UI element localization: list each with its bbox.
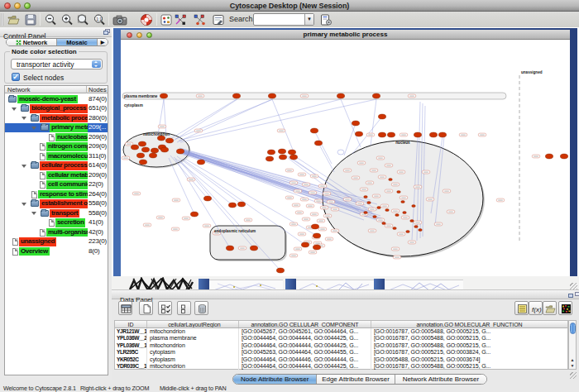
close-window-button[interactable]: [4, 2, 11, 9]
network-node[interactable]: [139, 160, 146, 165]
table-column-header[interactable]: ID: [115, 321, 147, 327]
annotation-form-icon[interactable]: [212, 13, 225, 26]
tree-row-response-to-stimul[interactable]: response to stimul264(0): [5, 189, 108, 199]
table-cell[interactable]: [GO:0016787, GO:0005488, GO:0005215, G..…: [371, 363, 567, 370]
table-cell[interactable]: [GO:0044464, GO:0044446, GO:0044444, G..…: [239, 356, 371, 363]
table-cell[interactable]: YKR052C: [115, 356, 147, 363]
expander-icon[interactable]: [22, 117, 26, 120]
network-node[interactable]: [545, 154, 553, 159]
network-node-small[interactable]: [401, 201, 405, 203]
network-node[interactable]: [232, 93, 240, 98]
tree-row-nitrogen-compo[interactable]: nitrogen compo209(0): [5, 142, 108, 152]
compartment-plasma-membrane[interactable]: [122, 93, 506, 99]
table-cell[interactable]: YPL036W__2: [115, 335, 147, 342]
table-cell[interactable]: YPL036W__1: [115, 342, 147, 349]
tree-row-unassigned[interactable]: unassigned223(0): [5, 237, 108, 247]
panel-resize-grip-icon[interactable]: [570, 372, 577, 379]
edge[interactable]: [158, 99, 164, 135]
save-icon[interactable]: [24, 13, 37, 26]
dropdown-stepper-icon[interactable]: [92, 60, 101, 68]
zoom-actual-icon[interactable]: 1:1: [93, 13, 106, 26]
network-node[interactable]: [290, 155, 297, 160]
tree-row-transport[interactable]: transport558(0): [5, 208, 108, 218]
table-row[interactable]: YPL036W__1mitochondrion[GO:0044464, GO:0…: [115, 342, 567, 349]
attribute-list-button[interactable]: [514, 301, 529, 315]
attribute-table-button[interactable]: [118, 301, 132, 315]
tree-row-biological-process[interactable]: biological_process651(0): [5, 104, 108, 114]
network-node[interactable]: [372, 93, 380, 98]
unselect-attributes-button[interactable]: [177, 301, 191, 315]
frame-zoom-button[interactable]: [146, 32, 152, 38]
network-node[interactable]: [278, 149, 285, 154]
tree-row-cellular-process[interactable]: cellular process614(0): [5, 161, 108, 171]
float-panel-icon[interactable]: [102, 29, 109, 36]
minimize-window-button[interactable]: [14, 2, 21, 9]
tab-edge-attribute-browser[interactable]: Edge Attribute Browser: [317, 375, 395, 384]
tree-column-nodes[interactable]: Nodes: [86, 86, 107, 93]
tab-node-attribute-browser[interactable]: Node Attribute Browser: [233, 375, 317, 384]
network-node[interactable]: [266, 156, 273, 161]
table-cell[interactable]: mitochondrion: [147, 328, 239, 335]
network-node[interactable]: [228, 203, 236, 208]
network-node[interactable]: [267, 150, 275, 155]
network-node-small[interactable]: [367, 202, 371, 204]
network-node-small[interactable]: [364, 196, 368, 198]
network-node[interactable]: [560, 154, 567, 159]
edge[interactable]: [174, 99, 237, 141]
network-node[interactable]: [131, 145, 138, 150]
table-cell[interactable]: [GO:0044464, GO:0044444, GO:0044425, G..…: [239, 363, 371, 370]
frame-minimize-button[interactable]: [136, 32, 142, 38]
camera-icon[interactable]: [112, 13, 127, 26]
import-attributes-button[interactable]: [543, 301, 557, 315]
network-node[interactable]: [276, 268, 284, 273]
edge[interactable]: [314, 131, 332, 164]
background-window-edge[interactable]: [199, 279, 209, 290]
network-node[interactable]: [301, 242, 309, 247]
float-panel-icon[interactable]: [567, 292, 575, 299]
network-node[interactable]: [250, 246, 257, 251]
edge[interactable]: [318, 143, 334, 172]
network-node[interactable]: [226, 246, 233, 251]
network-node[interactable]: [313, 233, 320, 238]
formula-button[interactable]: f(x): [529, 301, 543, 315]
zoom-window-button[interactable]: [24, 2, 31, 9]
edge[interactable]: [180, 99, 376, 142]
table-cell[interactable]: YJR121W__1: [115, 328, 147, 335]
edge[interactable]: [170, 99, 237, 139]
network-node[interactable]: [149, 153, 156, 158]
tree-row-cell-communicat[interactable]: cell communicat22(0): [5, 180, 108, 190]
table-cell[interactable]: [GO:0016787, GO:0005488, GO:0005215, G..…: [371, 342, 567, 349]
search-input[interactable]: ▼: [253, 13, 314, 26]
network-node[interactable]: [151, 148, 158, 153]
network-node[interactable]: [313, 245, 320, 250]
expander-icon[interactable]: [12, 108, 17, 111]
network-node[interactable]: [438, 132, 446, 137]
frame-titlebar[interactable]: primary metabolic process: [121, 30, 570, 40]
select-attributes-button[interactable]: [158, 301, 172, 315]
network-node[interactable]: [387, 132, 395, 137]
network-node[interactable]: [279, 155, 286, 160]
tree-row-macromolecule[interactable]: macromolecule311(0): [5, 151, 108, 161]
network-node-small[interactable]: [419, 229, 423, 232]
tab-network[interactable]: Network: [7, 39, 57, 45]
network-node[interactable]: [190, 212, 198, 217]
network-node-small[interactable]: [385, 209, 390, 212]
lifesaver-icon[interactable]: [140, 13, 153, 26]
table-cell[interactable]: [GO:0016787, GO:0005215, GO:0003824, G..…: [371, 349, 567, 356]
network-node-small[interactable]: [397, 191, 401, 194]
network-node[interactable]: [429, 132, 437, 137]
search-config-icon[interactable]: [319, 13, 333, 26]
tree-row-secretion[interactable]: secretion41(0): [5, 218, 108, 228]
network-node-small[interactable]: [377, 207, 381, 209]
network-node[interactable]: [138, 141, 146, 146]
table-cell[interactable]: plasma membrane: [147, 335, 239, 342]
node-color-dropdown[interactable]: transporter activity: [11, 59, 103, 69]
network-node-small[interactable]: [389, 179, 393, 181]
network-node[interactable]: [378, 132, 385, 137]
edge[interactable]: [344, 123, 356, 155]
tree-row-nucleobase-[interactable]: nucleobase-209(0): [5, 132, 108, 142]
table-cell[interactable]: [GO:0045267, GO:0045261, GO:0044464, G..…: [239, 328, 371, 335]
tree-row-multi-organism-pro[interactable]: multi-organism pro42(0): [5, 227, 108, 237]
tree-row-establishment-of-lo[interactable]: establishment of lo558(0): [5, 199, 108, 209]
network-node[interactable]: [157, 136, 165, 141]
